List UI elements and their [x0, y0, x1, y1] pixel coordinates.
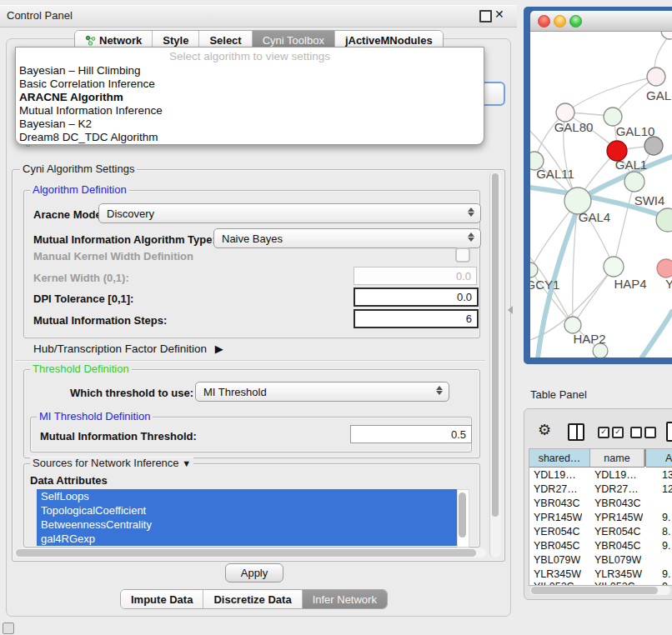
node-label: Y: [665, 277, 672, 291]
mi-threshold-field[interactable]: 0.5: [350, 425, 472, 443]
dpi-tolerance-field[interactable]: 0.0: [354, 288, 479, 307]
table-cell[interactable]: 9.: [662, 568, 670, 580]
column-header-name[interactable]: name: [590, 449, 644, 468]
network-view-canvas[interactable]: GAL GAL80 GAL10 GAL1 GAL11 SWI4 GAL4 GCY…: [530, 32, 672, 358]
node-attribute-table[interactable]: shared… name A YDL19… YDL19… 13 YDR27… Y…: [529, 448, 672, 586]
mi-steps-field[interactable]: 6: [354, 309, 479, 328]
tab-impute-data[interactable]: Impute Data: [121, 590, 203, 608]
mi-type-label: Mutual Information Algorithm Type:: [33, 233, 216, 246]
deselect-all-columns-icon[interactable]: [630, 427, 656, 438]
table-cell[interactable]: YLR345W: [594, 568, 642, 580]
table-cell[interactable]: YER054C: [594, 526, 641, 538]
network-node[interactable]: [556, 103, 574, 122]
list-item[interactable]: SelfLoops: [41, 490, 89, 502]
table-cell[interactable]: YBR043C: [534, 498, 580, 509]
node-label: GCY1: [530, 278, 559, 292]
node-label: GAL11: [536, 167, 574, 181]
settings-vertical-scrollbar[interactable]: [489, 172, 501, 558]
kernel-width-field[interactable]: 0.0: [354, 267, 477, 285]
manual-kernel-label: Manual Kernel Width Definition: [33, 250, 193, 262]
select-all-columns-icon[interactable]: ✓ ✓: [598, 427, 624, 438]
dpi-tolerance-label: DPI Tolerance [0,1]:: [33, 292, 133, 305]
table-cell[interactable]: 8.: [662, 526, 670, 538]
table-cell[interactable]: YPR145W: [534, 512, 582, 523]
expanded-arrow-icon[interactable]: ▼: [182, 458, 191, 468]
table-cell[interactable]: 12: [662, 483, 672, 495]
combo-arrows-icon: [468, 232, 474, 242]
sources-group-title: Sources for Network Inference ▼: [30, 458, 193, 469]
network-node[interactable]: [661, 32, 672, 39]
node-label: GAL1: [615, 158, 647, 172]
data-attributes-list[interactable]: SelfLoops TopologicalCoefficient Between…: [37, 489, 457, 546]
table-cell[interactable]: YBR043C: [594, 498, 641, 509]
table-cell[interactable]: YDL19…: [534, 469, 576, 481]
table-cell[interactable]: YDL19…: [594, 469, 637, 481]
list-item[interactable]: TopologicalCoefficient: [41, 504, 146, 517]
table-cell[interactable]: YBR045C: [534, 540, 580, 552]
column-divider[interactable]: [644, 449, 646, 467]
float-panel-icon[interactable]: [479, 10, 492, 22]
network-node[interactable]: [604, 108, 622, 126]
list-item[interactable]: gal4RGexp: [41, 532, 95, 545]
apply-button[interactable]: Apply: [225, 563, 283, 582]
section-divider: [15, 360, 485, 362]
column-header-partial[interactable]: A: [646, 449, 672, 468]
which-threshold-combobox[interactable]: MI Threshold: [195, 382, 449, 402]
gear-icon[interactable]: ⚙: [538, 422, 551, 438]
aracne-mode-combobox[interactable]: Discovery: [98, 203, 481, 223]
close-window-icon[interactable]: [538, 15, 550, 28]
table-cell[interactable]: YBL079W: [594, 554, 641, 566]
dropdown-item-selected[interactable]: ARACNE Algorithm: [19, 91, 123, 103]
dropdown-item[interactable]: Bayesian – Hill Climbing: [19, 64, 141, 77]
network-node[interactable]: [530, 262, 538, 278]
network-node[interactable]: [604, 257, 624, 277]
list-item[interactable]: BetweennessCentrality: [41, 518, 152, 531]
node-label: HAP4: [614, 277, 646, 291]
dropdown-item[interactable]: Basic Correlation Inference: [19, 78, 155, 90]
manual-kernel-checkbox[interactable]: [455, 248, 470, 262]
dropdown-item[interactable]: Bayesian – K2: [19, 118, 92, 130]
dropdown-item[interactable]: Dream8 DC_TDC Algorithm: [19, 131, 158, 143]
zoom-window-icon[interactable]: [569, 15, 582, 28]
table-cell[interactable]: YDR27…: [534, 483, 578, 495]
application-window: Control Panel ✕ Network Style Select Cyn…: [0, 0, 672, 635]
column-header-shared-name[interactable]: shared…: [529, 449, 590, 468]
network-window-titlebar[interactable]: [530, 11, 672, 32]
table-horizontal-scrollbar[interactable]: [530, 586, 670, 595]
threshold-definition-title: Threshold Definition: [30, 363, 132, 375]
network-node[interactable]: [657, 259, 672, 278]
table-cell[interactable]: YBR045C: [594, 540, 641, 552]
node-label: HAP2: [573, 332, 605, 346]
table-cell[interactable]: YBL079W: [534, 554, 580, 566]
hub-definition-toggle[interactable]: Hub/Transcription Factor Definition ▶: [33, 342, 223, 355]
network-node[interactable]: [564, 317, 581, 333]
network-node[interactable]: [644, 137, 663, 155]
network-node[interactable]: [647, 68, 665, 86]
table-cell[interactable]: YER054C: [534, 526, 580, 538]
control-panel-titlebar: [0, 5, 517, 28]
combo-arrows-icon: [468, 208, 474, 217]
dropdown-item[interactable]: Mutual Information Inference: [19, 104, 163, 117]
table-function-icon[interactable]: [666, 422, 672, 442]
settings-horizontal-scrollbar[interactable]: [14, 548, 486, 558]
table-cell[interactable]: YDR27…: [594, 483, 639, 495]
table-cell[interactable]: YPR145W: [594, 512, 643, 523]
tab-discretize-data[interactable]: Discretize Data: [203, 590, 302, 608]
attributes-vertical-scrollbar[interactable]: [457, 489, 469, 548]
close-icon[interactable]: ✕: [494, 8, 504, 21]
network-icon: [85, 35, 96, 46]
columns-icon[interactable]: [568, 423, 584, 441]
table-cell[interactable]: 9.: [662, 540, 670, 552]
network-node[interactable]: [624, 172, 644, 192]
network-node[interactable]: [656, 208, 672, 232]
minimized-panel-icon[interactable]: [3, 622, 14, 634]
table-cell[interactable]: YLR345W: [534, 568, 581, 580]
combo-arrows-icon: [436, 386, 443, 395]
data-attributes-label: Data Attributes: [30, 474, 108, 487]
node-label: GAL10: [616, 124, 655, 138]
table-cell[interactable]: 13: [662, 469, 672, 481]
tab-infer-network[interactable]: Infer Network: [303, 590, 387, 608]
mi-type-combobox[interactable]: Naive Bayes: [213, 228, 481, 248]
minimize-window-icon[interactable]: [554, 15, 566, 28]
table-cell[interactable]: 9.: [662, 512, 670, 523]
